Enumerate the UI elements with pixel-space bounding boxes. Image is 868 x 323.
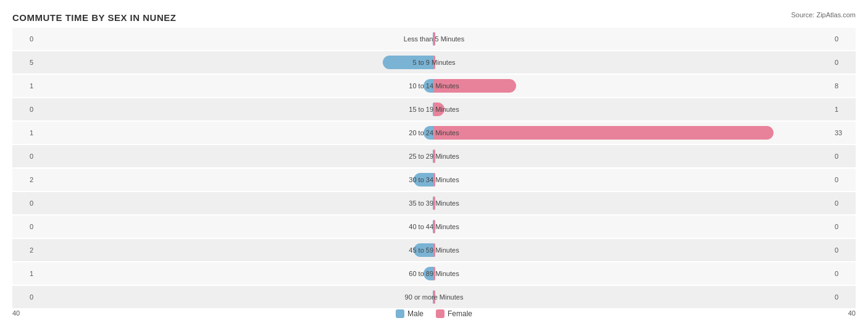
- bars-wrapper: 5 to 9 Minutes: [37, 51, 831, 73]
- chart-row: 110 to 14 Minutes8: [12, 75, 856, 97]
- male-bar-container: [333, 56, 434, 69]
- source-label: Source: ZipAtlas.com: [791, 11, 856, 19]
- legend-female: Female: [436, 309, 472, 318]
- female-bar: [434, 243, 435, 257]
- female-bar-container: [434, 149, 483, 163]
- chart-row: 040 to 44 Minutes0: [12, 216, 856, 238]
- male-bar-container: [385, 290, 434, 304]
- male-bar-container: [374, 79, 434, 93]
- male-value: 0: [12, 153, 37, 160]
- female-bar: [434, 126, 774, 140]
- bars-wrapper: 10 to 14 Minutes: [37, 75, 831, 97]
- male-bar-container: [364, 243, 434, 257]
- chart-row: 245 to 59 Minutes0: [12, 239, 856, 261]
- male-value: 0: [12, 106, 37, 113]
- female-bar-container: [434, 173, 483, 187]
- male-bar-container: [374, 267, 434, 280]
- female-bar: [434, 79, 516, 93]
- female-value: 0: [831, 293, 856, 301]
- male-value: 2: [12, 176, 37, 183]
- legend: Male Female: [396, 309, 472, 318]
- male-value: 0: [12, 223, 37, 230]
- male-bar-container: [385, 103, 434, 116]
- chart-row: 035 to 39 Minutes0: [12, 192, 856, 214]
- male-value: 0: [12, 35, 37, 43]
- bars-wrapper: 45 to 59 Minutes: [37, 239, 831, 261]
- chart-area: 0Less than 5 Minutes055 to 9 Minutes0110…: [12, 28, 856, 271]
- chart-row: 0Less than 5 Minutes0: [12, 28, 856, 50]
- female-value: 0: [831, 223, 856, 230]
- male-value: 0: [12, 293, 37, 301]
- bars-wrapper: 15 to 19 Minutes: [37, 98, 831, 120]
- female-bar: [434, 220, 435, 233]
- male-bar: [424, 79, 434, 93]
- bars-wrapper: 60 to 89 Minutes: [37, 262, 831, 285]
- female-bar-container: [434, 267, 483, 280]
- female-bar-container: [434, 56, 483, 69]
- chart-row: 015 to 19 Minutes1: [12, 98, 856, 120]
- female-bar-container: [434, 243, 483, 257]
- female-bar: [434, 56, 435, 69]
- chart-row: 230 to 34 Minutes0: [12, 169, 856, 191]
- female-value: 0: [831, 199, 856, 207]
- female-bar: [434, 267, 435, 280]
- male-legend-box: [396, 309, 404, 318]
- female-legend-label: Female: [448, 309, 472, 318]
- male-bar: [424, 267, 434, 280]
- chart-row: 090 or more Minutes0: [12, 286, 856, 308]
- female-value: 0: [831, 35, 856, 43]
- chart-title: COMMUTE TIME BY SEX IN NUNEZ: [12, 12, 856, 23]
- male-bar-container: [364, 173, 434, 187]
- male-legend-label: Male: [407, 309, 424, 318]
- chart-row: 55 to 9 Minutes0: [12, 51, 856, 73]
- axis-left: 40: [12, 309, 20, 317]
- male-bar-container: [385, 196, 434, 210]
- female-bar-container: [434, 79, 565, 93]
- bars-wrapper: Less than 5 Minutes: [37, 28, 831, 50]
- female-value: 33: [831, 129, 856, 136]
- bars-wrapper: 25 to 29 Minutes: [37, 145, 831, 167]
- female-value: 0: [831, 153, 856, 160]
- female-bar-container: [434, 196, 483, 210]
- bars-wrapper: 40 to 44 Minutes: [37, 216, 831, 238]
- male-bar-container: [385, 149, 434, 163]
- female-bar: [434, 32, 435, 46]
- male-bar-container: [374, 126, 434, 140]
- female-bar: [434, 290, 435, 304]
- female-value: 0: [831, 59, 856, 66]
- bars-wrapper: 35 to 39 Minutes: [37, 192, 831, 214]
- male-bar-container: [385, 32, 434, 46]
- chart-container: COMMUTE TIME BY SEX IN NUNEZ Source: Zip…: [0, 0, 868, 323]
- male-value: 2: [12, 246, 37, 254]
- female-value: 0: [831, 176, 856, 183]
- male-value: 1: [12, 270, 37, 277]
- female-bar-container: [434, 32, 483, 46]
- chart-row: 160 to 89 Minutes0: [12, 262, 856, 285]
- bars-wrapper: 30 to 34 Minutes: [37, 169, 831, 191]
- male-value: 1: [12, 82, 37, 90]
- axis-right: 40: [848, 309, 856, 317]
- male-bar: [383, 56, 434, 69]
- chart-row: 025 to 29 Minutes0: [12, 145, 856, 167]
- female-value: 0: [831, 270, 856, 277]
- female-bar: [434, 103, 444, 116]
- male-bar: [414, 243, 434, 257]
- bars-wrapper: 90 or more Minutes: [37, 286, 831, 308]
- male-bar: [424, 126, 434, 140]
- female-bar-container: [434, 103, 494, 116]
- female-bar: [434, 149, 435, 163]
- male-value: 0: [12, 199, 37, 207]
- female-bar: [434, 196, 435, 210]
- female-bar-container: [434, 126, 823, 140]
- female-value: 0: [831, 246, 856, 254]
- female-bar-container: [434, 220, 483, 233]
- legend-male: Male: [396, 309, 424, 318]
- female-value: 8: [831, 82, 856, 90]
- female-legend-box: [436, 309, 444, 318]
- female-value: 1: [831, 106, 856, 113]
- female-bar-container: [434, 290, 483, 304]
- male-bar-container: [385, 220, 434, 233]
- male-value: 1: [12, 129, 37, 136]
- male-value: 5: [12, 59, 37, 66]
- bars-wrapper: 20 to 24 Minutes: [37, 122, 831, 144]
